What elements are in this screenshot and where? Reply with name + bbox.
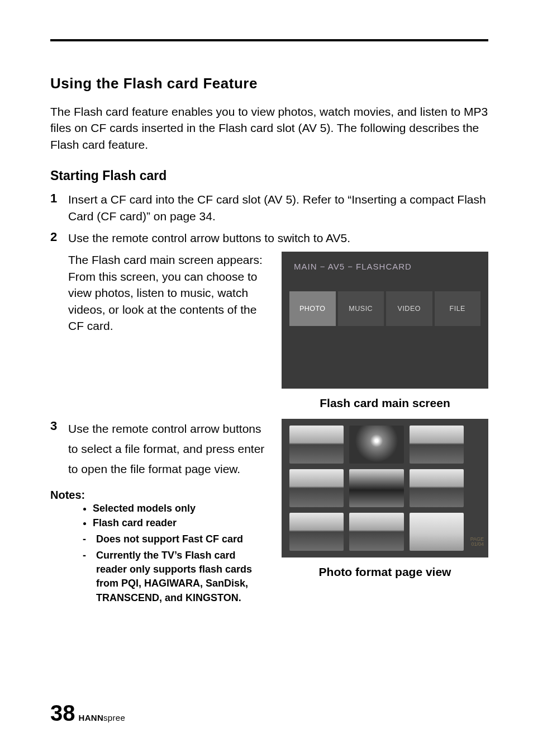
page-label-text: PAGE [470, 536, 484, 542]
page-number: 38 [50, 701, 75, 726]
note-subitem: -Does not support Fast CF card [83, 532, 265, 546]
step-text: Use the remote control arrow buttons to … [68, 230, 350, 246]
brand-bold: HANN [79, 713, 104, 722]
photo-thumb [289, 426, 344, 464]
notes-sublist: -Does not support Fast CF card -Currentl… [83, 532, 265, 605]
tile-video: VIDEO [386, 291, 432, 326]
section-title: Using the Flash card Feature [50, 75, 488, 92]
photo-thumb [349, 469, 403, 507]
step-number: 1 [50, 191, 68, 224]
notes-list: Selected models only Flash card reader -… [93, 502, 265, 604]
intro-paragraph: The Flash card feature enables you to vi… [50, 103, 488, 153]
step-3: 3 Use the remote control arrow buttons t… [50, 419, 265, 483]
note-subtext: Currently the TV’s Flash card reader onl… [96, 549, 265, 605]
notes-label: Notes: [50, 489, 265, 502]
step2-detail-row: The Flash card main screen appears: From… [50, 252, 488, 410]
top-divider [50, 39, 488, 41]
step3-row: 3 Use the remote control arrow buttons t… [50, 419, 488, 607]
brand-logo: HANNspree [79, 713, 126, 722]
photo-thumb [289, 469, 344, 507]
tile-photo: PHOTO [289, 291, 336, 326]
photo-thumb [289, 513, 344, 551]
dash-icon: - [83, 532, 86, 546]
photo-thumb [410, 513, 464, 551]
dash-icon: - [83, 549, 86, 605]
flash-main-screen: MAIN − AV5 − FLASHCARD PHOTO MUSIC VIDEO… [282, 252, 488, 389]
photo-thumb [410, 426, 464, 464]
brand-thin: spree [103, 713, 125, 722]
photo-thumb [349, 426, 403, 464]
note-item: Selected models only [93, 502, 265, 516]
step-list: 1 Insert a CF card into the CF card slot… [50, 191, 488, 246]
photo-grid: PAGE 01/04 [282, 419, 488, 557]
flash-main-caption: Flash card main screen [282, 396, 488, 410]
page-label-count: 01/04 [471, 541, 484, 547]
photo-view-caption: Photo format page view [282, 565, 488, 579]
breadcrumb: MAIN − AV5 − FLASHCARD [282, 252, 488, 271]
step-text: Insert a CF card into the CF card slot (… [68, 191, 488, 224]
tile-file: FILE [435, 291, 481, 326]
note-text: Flash card reader [93, 517, 177, 528]
page-label: PAGE 01/04 [470, 537, 484, 548]
step-number: 2 [50, 230, 68, 246]
photo-thumb [349, 513, 403, 551]
step-1: 1 Insert a CF card into the CF card slot… [50, 191, 488, 224]
step-2: 2 Use the remote control arrow buttons t… [50, 230, 488, 246]
photo-thumb [410, 469, 464, 507]
photo-view-block: PAGE 01/04 Photo format page view [282, 419, 488, 607]
page-footer: 38 HANNspree [50, 701, 125, 726]
tile-row: PHOTO MUSIC VIDEO FILE [282, 271, 488, 326]
sub-title: Starting Flash card [50, 168, 488, 183]
note-item: Flash card reader -Does not support Fast… [93, 516, 265, 605]
step3-left: 3 Use the remote control arrow buttons t… [50, 419, 265, 607]
note-subitem: -Currently the TV’s Flash card reader on… [83, 549, 265, 605]
tile-music: MUSIC [338, 291, 384, 326]
step-number: 3 [50, 419, 68, 483]
step-text: Use the remote control arrow buttons to … [68, 419, 265, 479]
flash-main-block: MAIN − AV5 − FLASHCARD PHOTO MUSIC VIDEO… [282, 252, 488, 410]
note-subtext: Does not support Fast CF card [96, 532, 243, 546]
step2-detail-text: The Flash card main screen appears: From… [68, 252, 265, 410]
